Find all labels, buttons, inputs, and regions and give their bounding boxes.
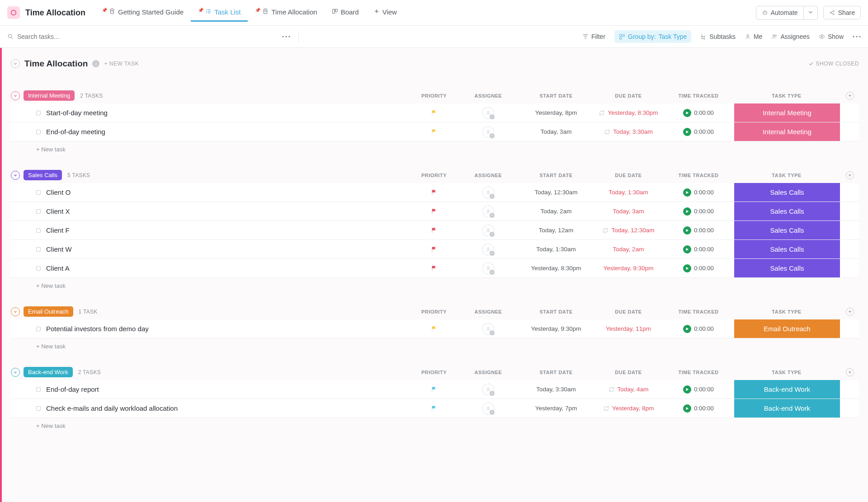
task-status-checkbox[interactable] (36, 247, 41, 252)
assignee-placeholder[interactable]: + (482, 403, 494, 414)
assignee-cell[interactable]: + (457, 103, 520, 122)
assignee-placeholder[interactable]: + (482, 126, 494, 138)
due-date-cell[interactable]: Today, 3:30am (592, 122, 665, 141)
time-track-play-button[interactable] (683, 207, 691, 216)
task-name[interactable]: Check e-mails and daily workload allocat… (46, 404, 178, 412)
priority-cell[interactable] (411, 399, 457, 418)
assignee-cell[interactable]: + (457, 319, 520, 338)
start-date-cell[interactable]: Today, 12am (520, 221, 592, 239)
group-collapse-button[interactable] (11, 368, 20, 377)
search-box[interactable] (7, 33, 274, 40)
task-type-pill[interactable]: Internal Meeting (734, 103, 840, 122)
task-row[interactable]: Start-of-day meeting+Yesterday, 8pmYeste… (11, 103, 859, 122)
task-name[interactable]: Client F (46, 226, 70, 234)
due-date-cell[interactable]: Yesterday, 11pm (592, 319, 665, 338)
time-tracked-cell[interactable]: 0:00:00 (665, 221, 732, 239)
task-status-checkbox[interactable] (36, 190, 41, 195)
time-tracked-cell[interactable]: 0:00:00 (665, 380, 732, 399)
assignee-cell[interactable]: + (457, 240, 520, 258)
task-row[interactable]: Potential investors from demo day+Yester… (11, 319, 859, 338)
task-type-pill[interactable]: Sales Calls (734, 240, 840, 258)
task-type-pill[interactable]: Sales Calls (734, 183, 840, 202)
time-track-play-button[interactable] (683, 264, 691, 272)
task-row[interactable]: Client X+Today, 2amToday, 3am0:00:00Sale… (11, 202, 859, 221)
tab-getting-started-guide[interactable]: 📌Getting Started Guide (94, 4, 191, 22)
time-track-play-button[interactable] (683, 109, 691, 117)
toolbar-overflow[interactable] (853, 36, 861, 38)
new-task-row[interactable]: + New task (11, 418, 859, 431)
due-date-cell[interactable]: Yesterday, 8pm (592, 399, 665, 418)
time-track-play-button[interactable] (683, 385, 691, 394)
task-row[interactable]: Client A+Yesterday, 8:30pmYesterday, 9:3… (11, 259, 859, 278)
assignee-placeholder[interactable]: + (482, 323, 494, 335)
search-input[interactable] (17, 33, 108, 40)
new-task-row[interactable]: + New task (11, 141, 859, 155)
task-type-pill[interactable]: Back-end Work (734, 380, 840, 399)
time-tracked-cell[interactable]: 0:00:00 (665, 399, 732, 418)
time-tracked-cell[interactable]: 0:00:00 (665, 240, 732, 258)
assignee-cell[interactable]: + (457, 259, 520, 277)
add-column-button[interactable]: + (846, 368, 854, 376)
due-date-cell[interactable]: Today, 2am (592, 240, 665, 258)
task-row[interactable]: Client F+Today, 12amToday, 12:30am0:00:0… (11, 221, 859, 240)
task-status-checkbox[interactable] (36, 406, 41, 411)
assignee-placeholder[interactable]: + (482, 244, 494, 255)
time-tracked-cell[interactable]: 0:00:00 (665, 319, 732, 338)
time-tracked-cell[interactable]: 0:00:00 (665, 183, 732, 202)
assignee-cell[interactable]: + (457, 221, 520, 239)
priority-flag-icon[interactable] (431, 227, 437, 234)
filter-button[interactable]: Filter (582, 33, 605, 40)
task-name[interactable]: End-of-day report (46, 385, 99, 393)
priority-cell[interactable] (411, 259, 457, 277)
task-name[interactable]: Client X (46, 207, 70, 215)
add-column-button[interactable]: + (846, 92, 854, 100)
task-name[interactable]: Client A (46, 264, 70, 272)
due-date-cell[interactable]: Yesterday, 8:30pm (592, 103, 665, 122)
assignee-cell[interactable]: + (457, 399, 520, 418)
add-column-button[interactable]: + (846, 171, 854, 179)
assignee-placeholder[interactable]: + (482, 263, 494, 274)
assignee-placeholder[interactable]: + (482, 225, 494, 236)
time-track-play-button[interactable] (683, 226, 691, 235)
share-button[interactable]: Share (823, 6, 861, 19)
assignees-button[interactable]: Assignees (771, 33, 810, 40)
priority-cell[interactable] (411, 221, 457, 239)
start-date-cell[interactable]: Yesterday, 7pm (520, 399, 592, 418)
task-status-checkbox[interactable] (36, 209, 41, 214)
new-task-row[interactable]: + New task (11, 338, 859, 352)
task-name[interactable]: Potential investors from demo day (46, 325, 149, 333)
info-icon[interactable]: i (92, 60, 99, 67)
automate-dropdown[interactable] (804, 6, 818, 20)
priority-cell[interactable] (411, 202, 457, 221)
priority-flag-icon[interactable] (431, 129, 437, 135)
due-date-cell[interactable]: Today, 3am (592, 202, 665, 221)
subtasks-button[interactable]: Subtasks (700, 33, 736, 40)
groupby-button[interactable]: Group by: Task Type (614, 30, 691, 43)
start-date-cell[interactable]: Yesterday, 8pm (520, 103, 592, 122)
task-status-checkbox[interactable] (36, 111, 41, 115)
priority-flag-icon[interactable] (431, 189, 437, 196)
task-row[interactable]: End-of-day report+Today, 3:30amToday, 4a… (11, 380, 859, 399)
assignee-cell[interactable]: + (457, 122, 520, 141)
due-date-cell[interactable]: Today, 1:30am (592, 183, 665, 202)
time-tracked-cell[interactable]: 0:00:00 (665, 202, 732, 221)
task-type-pill[interactable]: Sales Calls (734, 259, 840, 277)
priority-cell[interactable] (411, 122, 457, 141)
start-date-cell[interactable]: Yesterday, 9:30pm (520, 319, 592, 338)
assignee-placeholder[interactable]: + (482, 206, 494, 217)
task-status-checkbox[interactable] (36, 228, 41, 233)
tab-view[interactable]: View (366, 4, 404, 22)
task-status-checkbox[interactable] (36, 266, 41, 271)
task-type-pill[interactable]: Internal Meeting (734, 122, 840, 141)
collapse-list-button[interactable] (11, 59, 20, 68)
group-collapse-button[interactable] (11, 171, 20, 180)
start-date-cell[interactable]: Today, 3:30am (520, 380, 592, 399)
toolbar-more[interactable] (282, 36, 290, 38)
time-track-play-button[interactable] (683, 245, 691, 253)
start-date-cell[interactable]: Today, 1:30am (520, 240, 592, 258)
task-type-pill[interactable]: Back-end Work (734, 399, 840, 418)
assignee-placeholder[interactable]: + (482, 187, 494, 198)
tab-board[interactable]: Board (325, 4, 366, 22)
task-row[interactable]: End-of-day meeting+Today, 3amToday, 3:30… (11, 122, 859, 141)
task-status-checkbox[interactable] (36, 130, 41, 134)
